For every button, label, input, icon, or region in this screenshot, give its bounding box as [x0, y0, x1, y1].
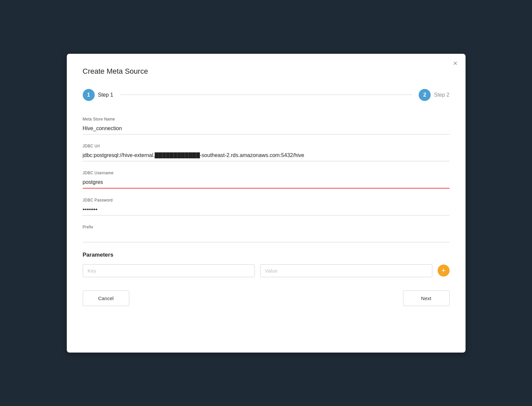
- next-button[interactable]: Next: [403, 290, 450, 306]
- modal-overlay: × Create Meta Source 1 Step 1 2 Step 2 M…: [0, 0, 532, 406]
- add-param-button[interactable]: +: [438, 265, 450, 277]
- parameters-section: Parameters +: [83, 252, 450, 277]
- param-key-input[interactable]: [83, 264, 255, 277]
- jdbc-password-label: JDBC Password: [83, 198, 450, 203]
- param-value-input[interactable]: [260, 264, 432, 277]
- step2-label: Step 2: [434, 92, 449, 98]
- prefix-label: Prefix: [83, 225, 450, 229]
- meta-store-name-group: Meta Store Name: [83, 117, 450, 134]
- jdbc-username-input[interactable]: [83, 177, 450, 189]
- close-button[interactable]: ×: [453, 60, 458, 67]
- step2-circle: 2: [419, 89, 431, 101]
- step1-label: Step 1: [98, 92, 113, 98]
- jdbc-url-label: JDBC Url: [83, 144, 450, 148]
- jdbc-url-group: JDBC Url: [83, 144, 450, 161]
- prefix-group: Prefix: [83, 225, 450, 242]
- params-row: +: [83, 264, 450, 277]
- step-divider: [120, 95, 412, 95]
- jdbc-password-input[interactable]: [83, 204, 450, 215]
- jdbc-username-group: JDBC Username: [83, 171, 450, 189]
- prefix-input[interactable]: [83, 231, 450, 242]
- step1-circle: 1: [83, 89, 95, 101]
- parameters-title: Parameters: [83, 252, 450, 258]
- jdbc-username-label: JDBC Username: [83, 171, 450, 175]
- meta-store-name-label: Meta Store Name: [83, 117, 450, 122]
- modal-title: Create Meta Source: [83, 67, 450, 76]
- cancel-button[interactable]: Cancel: [83, 290, 129, 306]
- jdbc-password-group: JDBC Password: [83, 198, 450, 215]
- meta-store-name-input[interactable]: [83, 123, 450, 134]
- stepper: 1 Step 1 2 Step 2: [83, 89, 450, 101]
- modal-container: × Create Meta Source 1 Step 1 2 Step 2 M…: [67, 54, 466, 353]
- jdbc-url-input[interactable]: [83, 150, 450, 161]
- modal-footer: Cancel Next: [83, 290, 450, 306]
